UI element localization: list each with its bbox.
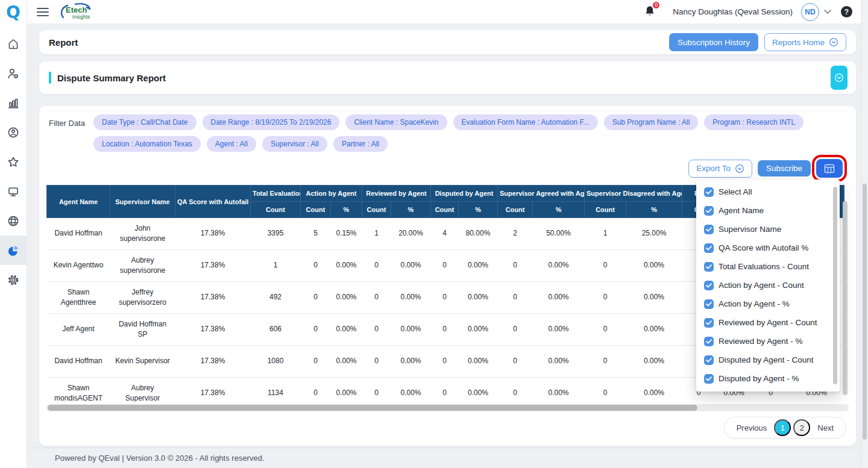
avatar[interactable]: ND — [801, 3, 819, 21]
subscription-history-button[interactable]: Subscription History — [669, 33, 758, 51]
sidebar-item-analytics[interactable] — [0, 88, 27, 117]
checkbox-checked-icon[interactable] — [704, 243, 714, 253]
value-cell: 0 — [498, 250, 533, 282]
value-cell: 5 — [301, 218, 331, 250]
value-cell: 17.38% — [175, 378, 251, 402]
value-cell: 0.00% — [459, 314, 498, 346]
checkbox-checked-icon[interactable] — [704, 299, 714, 309]
value-cell: 0 — [431, 250, 459, 282]
sidebar-item-monitor[interactable] — [0, 176, 27, 206]
column-option[interactable]: Supervisor Name — [704, 220, 829, 239]
column-option[interactable]: Action by Agent - % — [704, 295, 829, 313]
collapse-section-button[interactable] — [831, 66, 848, 90]
column-option[interactable]: Agent Name — [704, 201, 829, 220]
value-cell: 0 — [362, 314, 391, 346]
filter-chip[interactable]: Location : Automation Texas — [93, 136, 201, 152]
filter-chip[interactable]: Sub Program Name : All — [604, 114, 699, 130]
pie-chart-icon — [7, 244, 20, 257]
sidebar-item-users[interactable] — [0, 58, 27, 88]
table-vertical-scrollbar[interactable] — [843, 201, 848, 395]
column-option[interactable]: QA Score with Autofail % — [704, 239, 829, 257]
name-cell: John supervisorone — [110, 218, 175, 250]
home-icon — [7, 37, 20, 51]
subscribe-button[interactable]: Subscribe — [758, 160, 811, 176]
page-number-button[interactable]: 1 — [774, 419, 791, 436]
column-option[interactable]: Reviewed by Agent - % — [704, 332, 829, 351]
column-option[interactable]: Total Evaluations - Count — [704, 257, 829, 276]
column-subheader: % — [459, 202, 498, 218]
column-option[interactable]: Reviewed by Agent - Count — [704, 313, 829, 332]
value-cell: 1 — [251, 250, 301, 282]
checkbox-checked-icon[interactable] — [704, 187, 714, 197]
help-icon[interactable]: ? — [841, 6, 852, 17]
name-cell: David Hoffman — [47, 218, 110, 250]
filter-chip[interactable]: Evaluation Form Name : Automation F... — [453, 114, 598, 130]
value-cell: 3395 — [251, 218, 301, 250]
column-option-label: Total Evaluations - Count — [719, 262, 809, 271]
column-option[interactable]: Select All — [704, 183, 829, 201]
checkbox-checked-icon[interactable] — [704, 206, 714, 216]
sidebar-item-home[interactable] — [0, 29, 27, 58]
page-number-button[interactable]: 2 — [793, 419, 810, 436]
filter-chip[interactable]: Partner : All — [333, 136, 388, 152]
checkbox-checked-icon[interactable] — [704, 374, 714, 384]
column-option[interactable]: Action by Agent - Count — [704, 276, 829, 295]
column-option-label: Supervisor Name — [719, 225, 781, 234]
value-cell: 0.00% — [331, 314, 362, 346]
filter-chip[interactable]: Agent : All — [207, 136, 256, 152]
value-cell: 0 — [362, 282, 391, 314]
user-name: Nancy Doughlas (Qeval Session) — [673, 7, 793, 16]
checkbox-checked-icon[interactable] — [704, 262, 714, 272]
value-cell: 0.00% — [459, 250, 498, 282]
column-subheader: Count — [251, 202, 301, 218]
column-option[interactable]: Disputed by Agent - % — [704, 369, 829, 388]
table-toolbar: Export To Subscribe — [46, 159, 843, 178]
value-cell: 0.00% — [391, 378, 431, 402]
dropdown-scrollbar-thumb[interactable] — [833, 187, 837, 384]
app-root: Q — [0, 0, 868, 468]
value-cell: 0.00% — [626, 250, 682, 282]
sidebar-item-global[interactable] — [0, 206, 27, 236]
sidebar-item-favorites[interactable] — [0, 147, 27, 176]
filter-chip[interactable]: Client Name : SpaceKevin — [345, 114, 447, 130]
export-to-button[interactable]: Export To — [688, 160, 752, 178]
page-scrollbar-thumb[interactable] — [863, 184, 867, 440]
column-option-label: Action by Agent - Count — [719, 281, 804, 290]
checkbox-checked-icon[interactable] — [704, 281, 714, 290]
value-cell: 17.38% — [175, 282, 251, 314]
horizontal-scrollbar-thumb[interactable] — [48, 405, 697, 411]
previous-page-button[interactable]: Previous — [731, 420, 773, 435]
value-cell: 17.38% — [175, 314, 251, 346]
column-option[interactable]: Disputed by Agent - Count — [704, 351, 829, 369]
checkbox-checked-icon[interactable] — [704, 355, 714, 365]
horizontal-scrollbar[interactable] — [46, 404, 849, 411]
sidebar-item-reports[interactable] — [0, 236, 27, 265]
checkbox-checked-icon[interactable] — [704, 225, 714, 234]
filter-chip[interactable]: Program : Research INTL — [704, 114, 804, 130]
value-cell: 0 — [362, 346, 391, 378]
reports-home-button[interactable]: Reports Home — [764, 33, 846, 51]
column-picker-button[interactable] — [816, 159, 843, 178]
notifications-button[interactable]: 0 — [644, 5, 656, 19]
checkbox-checked-icon[interactable] — [704, 318, 714, 328]
checkbox-checked-icon[interactable] — [704, 337, 714, 346]
filter-chip[interactable]: Supervisor : All — [262, 136, 327, 152]
sidebar-item-settings[interactable] — [0, 265, 27, 295]
filter-chip[interactable]: Date Type : Call/Chat Date — [93, 114, 197, 130]
sidebar-item-coaching[interactable] — [0, 117, 27, 147]
footer-text: Powered by QEval | Version 3.0 © 2026 - … — [55, 454, 265, 463]
column-subheader: Count — [431, 202, 459, 218]
value-cell: 4 — [431, 218, 459, 250]
user-menu-chevron-icon[interactable] — [824, 10, 831, 14]
filter-chip[interactable]: Date Range : 8/19/2025 To 2/19/2026 — [203, 114, 340, 130]
value-cell: 606 — [251, 314, 301, 346]
value-cell: 0.00% — [533, 250, 585, 282]
value-cell: 0.00% — [533, 282, 585, 314]
column-subheader: % — [331, 202, 362, 218]
menu-toggle-icon[interactable] — [37, 8, 49, 16]
next-page-button[interactable]: Next — [811, 420, 840, 435]
value-cell: 1 — [362, 218, 391, 250]
column-header: Disputed by Agent — [431, 186, 498, 202]
page-scrollbar[interactable] — [861, 0, 868, 468]
chevron-circle-icon — [834, 73, 844, 83]
